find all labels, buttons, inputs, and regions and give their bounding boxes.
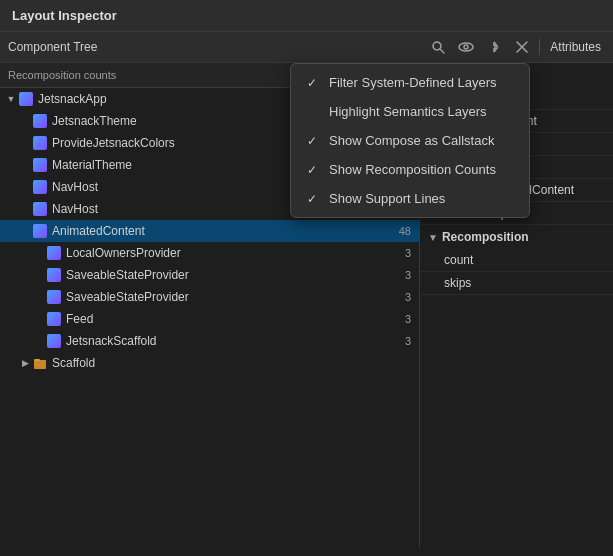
tree-item-animated-content[interactable]: AnimatedContent 48 [0, 220, 419, 242]
compose-icon [46, 311, 62, 327]
item-label: SaveableStateProvider [66, 290, 391, 304]
item-label: LocalOwnersProvider [66, 246, 391, 260]
compose-icon [46, 245, 62, 261]
checkmark-icon: ✓ [307, 163, 323, 177]
tree-label: Component Tree [8, 40, 419, 54]
compose-icon [18, 91, 34, 107]
title-bar: Layout Inspector [0, 0, 613, 32]
svg-line-1 [440, 49, 444, 53]
tree-item[interactable]: LocalOwnersProvider 3 [0, 242, 419, 264]
menu-label: Show Compose as Callstack [329, 133, 494, 148]
sort-icon[interactable] [483, 36, 505, 58]
tree-item-scaffold[interactable]: ▶ Scaffold [0, 352, 419, 374]
search-icon[interactable] [427, 36, 449, 58]
compose-icon [32, 201, 48, 217]
checkmark-icon: ✓ [307, 192, 323, 206]
main-layout: Recomposition counts Rese... ▼ JetsnackA… [0, 63, 613, 547]
tree-item[interactable]: JetsnackScaffold 3 [0, 330, 419, 352]
count-badge: 3 [391, 335, 411, 347]
compose-icon [32, 223, 48, 239]
recomposition-section-header[interactable]: ▼ Recomposition [420, 225, 613, 249]
compose-icon [46, 289, 62, 305]
recomposition-label: Recomposition counts [8, 69, 116, 81]
tree-item[interactable]: SaveableStateProvider 3 [0, 264, 419, 286]
eye-icon[interactable] [455, 36, 477, 58]
toolbar-icons: Attributes [427, 36, 605, 58]
compose-icon [46, 333, 62, 349]
section-arrow: ▼ [428, 232, 438, 243]
checkmark-icon: ✓ [307, 134, 323, 148]
recomposition-section-label: Recomposition [442, 230, 529, 244]
menu-label: Show Support Lines [329, 191, 445, 206]
count-badge: 3 [391, 247, 411, 259]
expand-arrow: ▶ [18, 358, 32, 368]
folder-icon [32, 355, 48, 371]
count-badge: 3 [391, 269, 411, 281]
compose-icon [32, 113, 48, 129]
svg-point-3 [464, 45, 468, 49]
menu-label: Highlight Semantics Layers [329, 104, 487, 119]
checkmark-icon: ✓ [307, 76, 323, 90]
menu-label: Filter System-Defined Layers [329, 75, 497, 90]
menu-item-show-recomposition[interactable]: ✓ Show Recomposition Counts [291, 155, 529, 184]
attributes-label: Attributes [546, 40, 605, 54]
item-label: AnimatedContent [52, 224, 391, 238]
param-skips: skips [420, 272, 613, 295]
count-badge: 3 [391, 313, 411, 325]
item-label: Scaffold [52, 356, 391, 370]
compose-icon [46, 267, 62, 283]
tree-item[interactable]: Feed 3 [0, 308, 419, 330]
item-label: JetsnackScaffold [66, 334, 391, 348]
expand-arrow: ▼ [4, 94, 18, 104]
compose-icon [32, 157, 48, 173]
tree-item[interactable]: SaveableStateProvider 3 [0, 286, 419, 308]
svg-rect-8 [34, 360, 46, 369]
count-badge: 48 [391, 225, 411, 237]
param-count: count [420, 249, 613, 272]
close-icon[interactable] [511, 36, 533, 58]
toolbar-divider [539, 39, 540, 55]
toolbar: Component Tree [0, 32, 613, 63]
compose-icon [32, 135, 48, 151]
item-label: SaveableStateProvider [66, 268, 391, 282]
title-label: Layout Inspector [12, 8, 117, 23]
menu-label: Show Recomposition Counts [329, 162, 496, 177]
menu-item-show-compose[interactable]: ✓ Show Compose as Callstack [291, 126, 529, 155]
menu-item-filter-system[interactable]: ✓ Filter System-Defined Layers [291, 68, 529, 97]
menu-item-show-support[interactable]: ✓ Show Support Lines [291, 184, 529, 213]
item-label: Feed [66, 312, 391, 326]
count-badge: 3 [391, 291, 411, 303]
compose-icon [32, 179, 48, 195]
menu-item-highlight-semantics[interactable]: Highlight Semantics Layers [291, 97, 529, 126]
svg-point-2 [459, 43, 473, 51]
svg-rect-9 [34, 359, 40, 361]
dropdown-menu: ✓ Filter System-Defined Layers Highlight… [290, 63, 530, 218]
